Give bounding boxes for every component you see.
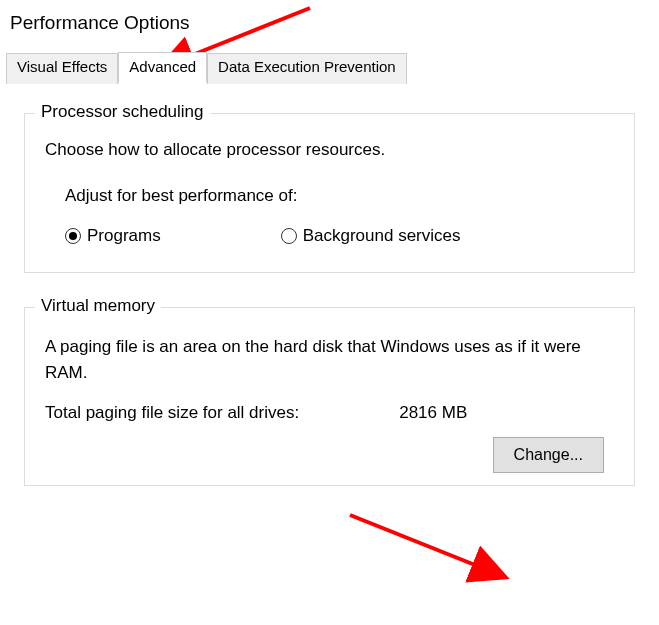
vm-total-value: 2816 MB bbox=[399, 403, 467, 423]
annotation-arrow-change bbox=[340, 505, 540, 595]
processor-sublabel: Adjust for best performance of: bbox=[45, 186, 614, 206]
radio-background-label: Background services bbox=[303, 226, 461, 246]
radio-row: Programs Background services bbox=[45, 226, 614, 246]
vm-total-row: Total paging file size for all drives: 2… bbox=[45, 403, 614, 423]
processor-desc: Choose how to allocate processor resourc… bbox=[45, 140, 614, 160]
radio-background-services[interactable]: Background services bbox=[281, 226, 461, 246]
radio-dot-icon bbox=[65, 228, 81, 244]
change-button[interactable]: Change... bbox=[493, 437, 604, 473]
vm-total-label: Total paging file size for all drives: bbox=[45, 403, 299, 423]
virtual-memory-title: Virtual memory bbox=[35, 296, 161, 316]
processor-scheduling-title: Processor scheduling bbox=[35, 102, 210, 122]
tab-content: Processor scheduling Choose how to alloc… bbox=[0, 83, 659, 486]
radio-programs-label: Programs bbox=[87, 226, 161, 246]
tab-bar: Visual Effects Advanced Data Execution P… bbox=[6, 52, 659, 83]
window-title: Performance Options bbox=[0, 0, 659, 52]
tab-dep[interactable]: Data Execution Prevention bbox=[207, 53, 407, 84]
virtual-memory-group: Virtual memory A paging file is an area … bbox=[24, 307, 635, 486]
svg-line-3 bbox=[350, 515, 480, 567]
vm-desc: A paging file is an area on the hard dis… bbox=[45, 334, 614, 385]
radio-programs[interactable]: Programs bbox=[65, 226, 161, 246]
tab-advanced[interactable]: Advanced bbox=[118, 52, 207, 83]
processor-scheduling-group: Processor scheduling Choose how to alloc… bbox=[24, 113, 635, 273]
tab-visual-effects[interactable]: Visual Effects bbox=[6, 53, 118, 84]
radio-circle-icon bbox=[281, 228, 297, 244]
